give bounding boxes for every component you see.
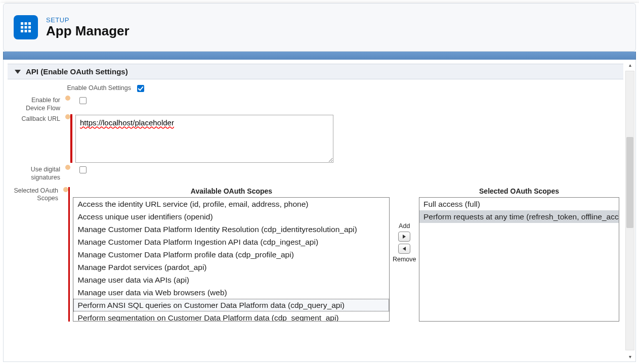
- svg-rect-1: [25, 22, 27, 25]
- scroll-thumb[interactable]: [626, 137, 633, 228]
- help-icon[interactable]: [63, 187, 68, 192]
- available-scopes-title: Available OAuth Scopes: [73, 187, 390, 195]
- chevron-down-icon[interactable]: [15, 70, 21, 74]
- enable-oauth-label: Enable OAuth Settings: [12, 83, 135, 93]
- svg-rect-5: [28, 26, 31, 29]
- available-scopes-listbox[interactable]: Access the identity URL service (id, pro…: [73, 197, 390, 322]
- required-indicator: [70, 114, 72, 163]
- svg-rect-4: [25, 26, 27, 29]
- callback-url-label: Callback URL: [12, 114, 64, 123]
- svg-rect-3: [21, 26, 23, 29]
- svg-rect-2: [28, 22, 31, 25]
- list-item[interactable]: Perform ANSI SQL queries on Customer Dat…: [73, 299, 389, 311]
- list-item[interactable]: Full access (full): [419, 198, 619, 210]
- list-item[interactable]: Access unique user identifiers (openid): [73, 210, 389, 223]
- use-digital-signatures-checkbox[interactable]: [79, 166, 87, 173]
- help-icon[interactable]: [65, 165, 70, 170]
- selected-scopes-title: Selected OAuth Scopes: [419, 187, 619, 195]
- add-button[interactable]: [398, 232, 410, 242]
- list-item[interactable]: Access the identity URL service (id, pro…: [73, 198, 389, 210]
- svg-rect-0: [21, 22, 23, 25]
- svg-rect-8: [28, 30, 31, 32]
- enable-oauth-checkbox[interactable]: [137, 85, 144, 92]
- section-header-api[interactable]: API (Enable OAuth Settings): [8, 64, 623, 79]
- callback-url-input[interactable]: [75, 115, 333, 163]
- list-item[interactable]: Manage user data via Web browsers (web): [73, 286, 389, 299]
- svg-rect-6: [21, 30, 23, 32]
- page-scrollbar[interactable]: ▴ ▾: [625, 60, 634, 361]
- list-item[interactable]: Manage Customer Data Platform Identity R…: [73, 223, 389, 236]
- decorative-band: [3, 52, 636, 60]
- enable-device-flow-checkbox[interactable]: [79, 97, 87, 104]
- selected-oauth-scopes-label: Selected OAuth Scopes: [12, 187, 62, 203]
- enable-device-flow-label: Enable for Device Flow: [12, 96, 64, 112]
- remove-label: Remove: [393, 256, 416, 263]
- required-indicator: [68, 187, 70, 322]
- section-title: API (Enable OAuth Settings): [26, 67, 128, 76]
- list-item[interactable]: Manage Customer Data Platform Ingestion …: [73, 236, 389, 248]
- app-launcher-icon: [14, 15, 38, 39]
- scroll-up-icon[interactable]: ▴: [625, 60, 634, 70]
- add-label: Add: [399, 222, 410, 230]
- selected-scopes-listbox[interactable]: Full access (full)Perform requests at an…: [419, 197, 619, 322]
- help-icon[interactable]: [65, 96, 70, 101]
- use-digital-signatures-label: Use digital signatures: [12, 165, 64, 181]
- help-icon[interactable]: [65, 114, 70, 119]
- scroll-down-icon[interactable]: ▾: [625, 351, 634, 361]
- list-item[interactable]: Manage Customer Data Platform profile da…: [73, 248, 389, 261]
- list-item[interactable]: Perform segmentation on Customer Data Pl…: [73, 311, 389, 322]
- list-item[interactable]: Manage user data via APIs (api): [73, 274, 389, 286]
- svg-rect-7: [25, 30, 27, 32]
- remove-button[interactable]: [398, 244, 410, 254]
- breadcrumb: SETUP: [46, 16, 130, 24]
- page-header: SETUP App Manager: [3, 3, 636, 52]
- list-item[interactable]: Manage Pardot services (pardot_api): [73, 261, 389, 274]
- page-title: App Manager: [46, 24, 130, 38]
- list-item[interactable]: Perform requests at any time (refresh_to…: [419, 210, 619, 223]
- scroll-track[interactable]: [625, 71, 634, 350]
